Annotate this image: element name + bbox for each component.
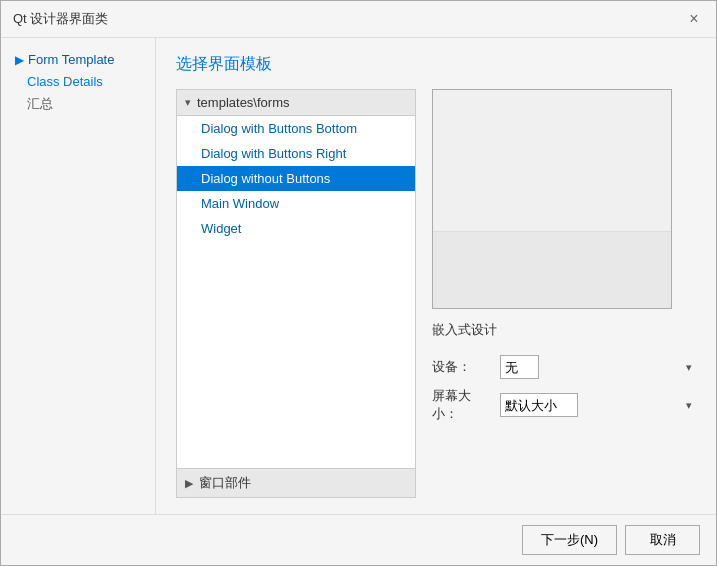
template-items-section: Dialog with Buttons Bottom Dialog with B… (177, 116, 415, 368)
preview-upper (433, 90, 671, 232)
widget-expand-arrow-icon: ▶ (185, 477, 193, 490)
preview-and-settings: 嵌入式设计 设备： 无 屏幕大小： (432, 89, 696, 498)
sidebar: ▶ Form Template Class Details 汇总 (1, 38, 156, 514)
widget-group-label: 窗口部件 (199, 474, 251, 492)
main-area: 选择界面模板 ▾ templates\forms Dialog with But… (156, 38, 716, 514)
preview-lower (433, 232, 671, 308)
template-list: ▾ templates\forms Dialog with Buttons Bo… (176, 89, 416, 498)
expand-arrow-icon: ▾ (185, 96, 191, 109)
device-row: 设备： 无 (432, 355, 696, 379)
templates-forms-header[interactable]: ▾ templates\forms (177, 90, 415, 116)
sidebar-class-details-label: Class Details (27, 74, 103, 89)
cancel-button[interactable]: 取消 (625, 525, 700, 555)
footer: 下一步(N) 取消 (1, 514, 716, 565)
content-row: ▾ templates\forms Dialog with Buttons Bo… (176, 89, 696, 498)
sidebar-summary-label: 汇总 (27, 96, 53, 111)
templates-forms-label: templates\forms (197, 95, 289, 110)
title-bar: Qt 设计器界面类 × (1, 1, 716, 38)
list-item-dialog-buttons-right[interactable]: Dialog with Buttons Right (177, 141, 415, 166)
device-select-wrapper: 无 (500, 355, 696, 379)
list-item-widget[interactable]: Widget (177, 216, 415, 241)
screen-size-row: 屏幕大小： 默认大小 (432, 387, 696, 423)
sidebar-item-class-details[interactable]: Class Details (9, 71, 147, 92)
sidebar-item-form-template[interactable]: ▶ Form Template (9, 48, 147, 71)
arrow-icon: ▶ (15, 53, 24, 67)
screen-size-select-wrapper: 默认大小 (500, 393, 696, 417)
settings-section: 嵌入式设计 设备： 无 屏幕大小： (432, 321, 696, 423)
sidebar-item-summary[interactable]: 汇总 (9, 92, 147, 116)
list-item-dialog-without-buttons[interactable]: Dialog without Buttons (177, 166, 415, 191)
preview-box (432, 89, 672, 309)
lower-section (177, 368, 415, 468)
list-item-main-window[interactable]: Main Window (177, 191, 415, 216)
main-dialog: Qt 设计器界面类 × ▶ Form Template Class Detail… (0, 0, 717, 566)
widget-group-header[interactable]: ▶ 窗口部件 (177, 468, 415, 497)
sidebar-form-template-label: Form Template (28, 52, 114, 67)
device-select[interactable]: 无 (500, 355, 539, 379)
list-item-dialog-buttons-bottom[interactable]: Dialog with Buttons Bottom (177, 116, 415, 141)
dialog-title: Qt 设计器界面类 (13, 10, 108, 28)
close-button[interactable]: × (684, 9, 704, 29)
screen-size-label: 屏幕大小： (432, 387, 492, 423)
dialog-content: ▶ Form Template Class Details 汇总 选择界面模板 … (1, 38, 716, 514)
section-title: 选择界面模板 (176, 54, 696, 75)
embedded-label: 嵌入式设计 (432, 321, 696, 339)
screen-size-select[interactable]: 默认大小 (500, 393, 578, 417)
next-button[interactable]: 下一步(N) (522, 525, 617, 555)
device-label: 设备： (432, 358, 492, 376)
